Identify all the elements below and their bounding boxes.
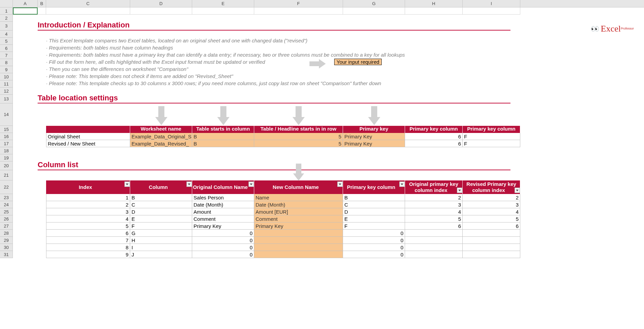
col-orig[interactable]: 0 <box>192 251 254 258</box>
col-idx[interactable]: 8 <box>46 244 130 251</box>
row-header[interactable]: 29 <box>0 237 13 244</box>
row-header[interactable]: 19 <box>0 154 13 161</box>
col-th-new[interactable]: New Column Name <box>254 180 343 194</box>
filter-dropdown-icon[interactable] <box>399 181 405 187</box>
col-idx[interactable]: 3 <box>46 208 130 215</box>
col-col[interactable]: H <box>130 237 192 244</box>
cell[interactable] <box>38 180 46 194</box>
row-header[interactable]: 28 <box>0 230 13 237</box>
col-th-revpk[interactable]: Revised Primary key column index <box>463 180 520 194</box>
cell[interactable] <box>130 7 192 15</box>
cell[interactable] <box>13 147 644 154</box>
cell[interactable] <box>38 237 46 244</box>
cell[interactable] <box>13 244 38 251</box>
cell[interactable] <box>13 222 38 230</box>
row-header[interactable]: 11 <box>0 80 13 88</box>
row-header[interactable]: 31 <box>0 251 13 258</box>
col-th-origpk[interactable]: Original primary key column index <box>405 180 463 194</box>
col-origpk[interactable] <box>405 230 463 237</box>
loc-ws-input[interactable]: Example_Data_Original_S <box>130 133 192 140</box>
cell[interactable] <box>405 103 644 126</box>
col-new-input[interactable]: Primary Key <box>254 222 343 230</box>
cell[interactable] <box>13 170 38 180</box>
col-header-F[interactable]: F <box>254 0 343 7</box>
row-header[interactable]: 12 <box>0 88 13 95</box>
cell[interactable] <box>13 251 38 258</box>
cell[interactable] <box>130 170 192 180</box>
cell[interactable] <box>192 7 254 15</box>
col-col[interactable]: D <box>130 208 192 215</box>
row-header-1[interactable]: 1 <box>0 7 13 15</box>
cell[interactable] <box>38 45 46 52</box>
cell[interactable] <box>405 7 463 15</box>
cell[interactable] <box>38 140 46 147</box>
col-pk[interactable]: 0 <box>343 251 405 258</box>
loc-pk-input[interactable]: Primary Key <box>343 133 405 140</box>
cell[interactable] <box>38 208 46 215</box>
cell[interactable] <box>343 170 644 180</box>
row-header[interactable]: 17 <box>0 140 13 147</box>
col-idx[interactable]: 5 <box>46 222 130 230</box>
cell[interactable] <box>13 52 38 59</box>
col-pk[interactable]: E <box>343 215 405 222</box>
col-orig[interactable]: Sales Person <box>192 194 254 201</box>
cell[interactable] <box>38 194 46 201</box>
col-origpk[interactable] <box>405 251 463 258</box>
col-new-input[interactable]: Comment <box>254 215 343 222</box>
col-revpk[interactable]: 5 <box>463 215 520 222</box>
col-col[interactable]: B <box>130 194 192 201</box>
col-col[interactable]: J <box>130 251 192 258</box>
col-col[interactable]: I <box>130 244 192 251</box>
cell[interactable] <box>38 31 644 38</box>
row-header[interactable]: 24 <box>0 201 13 208</box>
col-idx[interactable]: 1 <box>46 194 130 201</box>
row-header[interactable]: 14 <box>0 103 13 126</box>
col-pk[interactable]: D <box>343 208 405 215</box>
loc-startrow-input[interactable]: 5 <box>254 133 343 140</box>
cell[interactable] <box>46 103 130 126</box>
col-pk[interactable]: 0 <box>343 244 405 251</box>
cell[interactable] <box>38 38 46 45</box>
col-th-pkcol[interactable]: Primary key column <box>343 180 405 194</box>
cell[interactable] <box>13 80 38 88</box>
col-revpk[interactable]: 6 <box>463 222 520 230</box>
cell[interactable] <box>13 140 38 147</box>
row-header[interactable]: 20 <box>0 161 13 170</box>
cell[interactable] <box>38 133 46 140</box>
col-origpk[interactable]: 3 <box>405 201 463 208</box>
cell[interactable] <box>38 66 46 73</box>
cell[interactable] <box>38 103 46 126</box>
cell[interactable] <box>38 80 46 88</box>
row-header[interactable]: 2 <box>0 15 13 22</box>
filter-dropdown-icon[interactable] <box>186 181 192 187</box>
cell[interactable] <box>13 208 38 215</box>
cell-A1-selected[interactable] <box>13 7 38 15</box>
cell[interactable] <box>343 7 405 15</box>
col-new-input[interactable] <box>254 237 343 244</box>
row-header[interactable]: 27 <box>0 222 13 230</box>
col-revpk[interactable]: 2 <box>463 194 520 201</box>
loc-startcol-input[interactable]: B <box>192 140 254 147</box>
cell[interactable] <box>13 215 38 222</box>
col-revpk[interactable] <box>463 251 520 258</box>
col-pk[interactable]: B <box>343 194 405 201</box>
col-orig[interactable]: 0 <box>192 230 254 237</box>
col-new-input[interactable]: Date (Month) <box>254 201 343 208</box>
cell[interactable] <box>463 7 520 15</box>
col-header-E[interactable]: E <box>192 0 254 7</box>
col-pk[interactable]: 0 <box>343 237 405 244</box>
col-orig[interactable]: Primary Key <box>192 222 254 230</box>
row-header[interactable]: 13 <box>0 95 13 103</box>
row-header[interactable]: 5 <box>0 38 13 45</box>
col-revpk[interactable]: 4 <box>463 208 520 215</box>
row-header[interactable]: 10 <box>0 73 13 80</box>
filter-dropdown-icon[interactable] <box>248 181 254 187</box>
cell[interactable] <box>13 103 38 126</box>
col-new-input[interactable]: Name <box>254 194 343 201</box>
col-pk[interactable]: F <box>343 222 405 230</box>
col-origpk[interactable] <box>405 237 463 244</box>
col-idx[interactable]: 6 <box>46 230 130 237</box>
col-origpk[interactable]: 4 <box>405 208 463 215</box>
loc-pkcol[interactable]: 6 <box>405 133 463 140</box>
cell[interactable] <box>38 230 46 237</box>
